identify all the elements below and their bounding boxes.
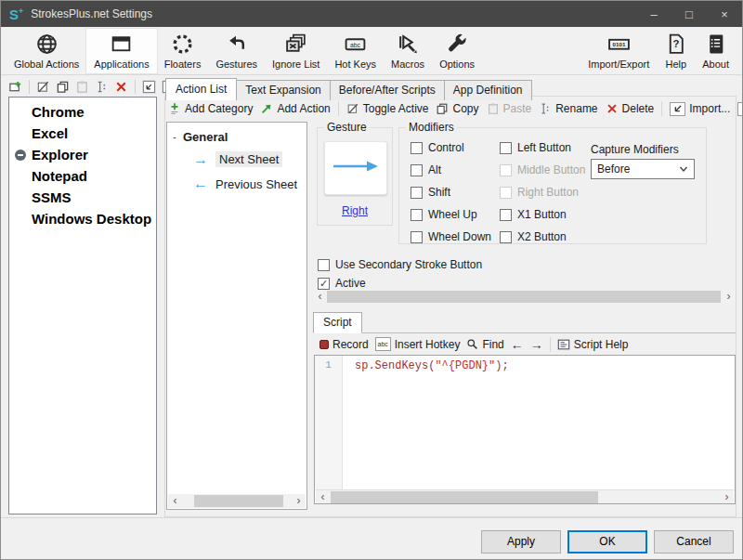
modifiers-group: Modifiers Control Alt Shift Wheel Up Whe…: [398, 127, 707, 244]
checkbox-wheel-up[interactable]: Wheel Up: [411, 208, 477, 221]
toggle-active-application-button[interactable]: [35, 79, 51, 95]
collapse-icon[interactable]: -: [173, 131, 176, 144]
checkbox-middle-button[interactable]: Middle Button: [500, 163, 585, 176]
application-list-toolbar: [7, 79, 176, 95]
checkbox-right-button[interactable]: Right Button: [500, 186, 579, 199]
checkbox-x2-button[interactable]: X2 Button: [500, 230, 567, 243]
capture-modifiers-dropdown[interactable]: Before: [591, 159, 695, 179]
add-action-button[interactable]: Add Action: [260, 102, 330, 115]
rename-application-button[interactable]: [94, 79, 110, 95]
checkbox-x1-button[interactable]: X1 Button: [500, 208, 567, 221]
navigate-forward-button[interactable]: →: [530, 337, 543, 352]
tree-node-general[interactable]: - General: [173, 130, 228, 144]
paste-button[interactable]: Paste: [487, 102, 532, 115]
tree-node-previous-sheet[interactable]: ← Previous Sheet: [193, 176, 297, 191]
editor-horizontal-scrollbar[interactable]: ‹ ›: [316, 489, 734, 503]
checkbox-box: [411, 142, 423, 154]
cancel-button[interactable]: Cancel: [654, 530, 734, 553]
record-button[interactable]: Record: [319, 338, 369, 351]
script-editor[interactable]: 1 sp.SendKeys("^{PGDN}"); ‹ ›: [314, 355, 736, 504]
toolbar-options[interactable]: Options: [432, 29, 482, 73]
checkbox-use-secondary-stroke[interactable]: Use Secondary Stroke Button: [318, 258, 482, 271]
toolbar-applications[interactable]: Applications: [86, 29, 156, 73]
copy-button[interactable]: Copy: [436, 102, 478, 115]
toolbar-macros[interactable]: Macros: [384, 29, 432, 73]
tree-node-next-sheet[interactable]: → Next Sheet: [193, 151, 282, 167]
svg-text:?: ?: [673, 38, 680, 49]
script-help-icon: [557, 338, 570, 351]
paste-application-button[interactable]: [74, 79, 90, 95]
capture-modifiers-label: Capture Modifiers: [591, 143, 679, 156]
tab-script[interactable]: Script: [313, 312, 362, 333]
delete-application-button[interactable]: [113, 79, 129, 95]
globe-icon: [35, 33, 59, 56]
toolbar-separator: [29, 80, 30, 94]
abc-box-icon: abc: [344, 33, 367, 56]
rename-button[interactable]: Rename: [539, 102, 597, 115]
scrollbar-thumb[interactable]: [327, 291, 721, 303]
tab-app-definition[interactable]: App Definition: [444, 80, 532, 100]
find-button[interactable]: Find: [466, 338, 503, 351]
import-application-button[interactable]: [141, 79, 157, 95]
apply-button[interactable]: Apply: [481, 530, 561, 553]
scroll-right-icon[interactable]: ›: [292, 494, 306, 508]
export-button[interactable]: Export...: [737, 102, 743, 116]
scroll-left-icon[interactable]: ‹: [168, 494, 182, 508]
checkbox-control[interactable]: Control: [411, 141, 464, 154]
toolbar-label: Ignore List: [272, 59, 319, 70]
add-category-icon: [168, 102, 181, 115]
checkbox-active[interactable]: ✓ Active: [318, 277, 366, 290]
scroll-left-icon[interactable]: ‹: [313, 290, 327, 304]
checkbox-box: [411, 164, 423, 176]
copy-icon: [56, 80, 70, 94]
copy-application-button[interactable]: [55, 79, 71, 95]
minimize-button[interactable]: –: [636, 1, 671, 27]
tab-action-list[interactable]: Action List: [165, 78, 237, 100]
checkbox-shift[interactable]: Shift: [411, 186, 450, 199]
scrollbar-thumb[interactable]: [194, 495, 283, 507]
tab-text-expansion[interactable]: Text Expansion: [236, 80, 330, 100]
delete-button[interactable]: Delete: [606, 102, 655, 115]
navigate-back-button[interactable]: ←: [511, 337, 524, 352]
scrollbar-thumb[interactable]: [331, 491, 598, 503]
list-item-ssms[interactable]: SSMS: [9, 187, 156, 208]
checkbox-left-button[interactable]: Left Button: [500, 141, 571, 154]
toolbar-gestures[interactable]: Gestures: [208, 29, 265, 73]
add-application-button[interactable]: [7, 79, 23, 95]
checkbox-wheel-down[interactable]: Wheel Down: [411, 230, 491, 243]
scroll-right-icon[interactable]: ›: [720, 490, 734, 504]
scroll-right-icon[interactable]: ›: [722, 290, 736, 304]
list-item-explorer[interactable]: Explorer: [9, 144, 156, 165]
script-help-button[interactable]: Script Help: [557, 338, 629, 351]
toggle-active-button[interactable]: Toggle Active: [346, 102, 429, 115]
toolbar-about[interactable]: About: [695, 29, 736, 73]
toolbar-floaters[interactable]: Floaters: [157, 29, 209, 73]
maximize-button[interactable]: □: [671, 1, 707, 27]
paste-icon: [75, 80, 89, 94]
list-item-chrome[interactable]: Chrome: [9, 101, 156, 123]
detail-horizontal-scrollbar[interactable]: ‹ ›: [313, 290, 736, 304]
list-item-notepad[interactable]: Notepad: [9, 165, 156, 187]
toolbar-separator: [550, 337, 551, 352]
add-action-icon: [260, 102, 273, 115]
toolbar-help[interactable]: ? Help: [657, 29, 695, 73]
gesture-direction-link[interactable]: Right: [318, 204, 392, 217]
scroll-left-icon[interactable]: ‹: [316, 490, 330, 504]
tab-before-after-scripts[interactable]: Before/After Scripts: [330, 80, 445, 100]
close-button[interactable]: ×: [707, 1, 742, 27]
toolbar-global-actions[interactable]: Global Actions: [7, 29, 86, 73]
toolbar-ignore-list[interactable]: Ignore List: [265, 29, 327, 73]
ok-button[interactable]: OK: [567, 530, 647, 553]
import-button[interactable]: Import...: [670, 102, 730, 116]
toolbar-import-export[interactable]: 0101 Import/Export: [580, 29, 657, 73]
toolbar-hot-keys[interactable]: abc Hot Keys: [327, 29, 384, 73]
rename-icon: [539, 102, 552, 115]
list-item-excel[interactable]: Excel: [9, 123, 156, 144]
check-icon: ✓: [319, 279, 328, 289]
add-category-button[interactable]: Add Category: [168, 102, 253, 115]
list-item-windows-desktop[interactable]: Windows Desktop: [9, 208, 156, 229]
tree-horizontal-scrollbar[interactable]: ‹ ›: [168, 494, 306, 508]
checkbox-alt[interactable]: Alt: [411, 163, 441, 176]
stacked-windows-x-icon: [284, 33, 307, 56]
insert-hotkey-button[interactable]: abc Insert Hotkey: [375, 337, 461, 351]
